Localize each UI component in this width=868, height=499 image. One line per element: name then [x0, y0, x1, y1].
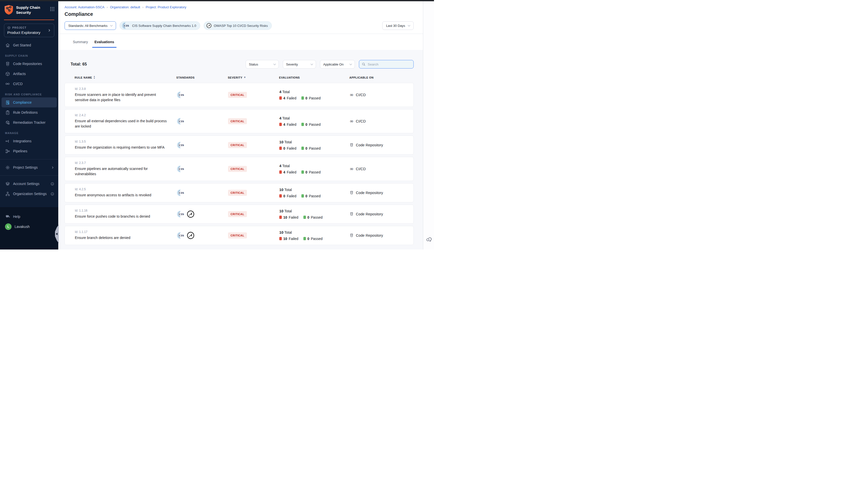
breadcrumb-project-link[interactable]: Project: Product Exploratory [146, 5, 186, 9]
clipboard-check-icon [5, 110, 10, 115]
status-filter-dropdown[interactable]: Status [246, 60, 279, 69]
sidebar-item-label: Account Settings [13, 182, 39, 186]
failed-indicator [279, 237, 282, 240]
sidebar-item-get-started[interactable]: Get Started [0, 40, 58, 50]
applicable-on-cell: Code Repository [350, 233, 408, 238]
cicd-icon: ∞ [350, 167, 354, 171]
chevron-down-icon [408, 24, 410, 26]
svg-text:CIS: CIS [179, 120, 184, 123]
search-icon [362, 62, 366, 66]
rule-name: Ensure pipelines are automatically scann… [75, 166, 169, 177]
project-switcher[interactable]: PROJECT Product Exploratory [4, 24, 54, 37]
failed-count-value: 0 [283, 146, 285, 150]
table-row[interactable]: Id: 4.2.5 Ensure anonymous access to art… [64, 183, 414, 202]
search-input[interactable] [368, 62, 411, 66]
cis-standard-icon: CIS [177, 165, 185, 173]
passed-count-label: Passed [309, 96, 321, 100]
rule-cell: Id: 2.3.8 Ensure scanners are in place t… [75, 87, 177, 103]
sidebar-item-pipelines[interactable]: Pipelines [0, 146, 58, 156]
compliance-document-icon [5, 100, 10, 105]
page-title: Compliance [58, 9, 423, 17]
table-row[interactable]: Id: 1.1.17 Ensure branch deletions are d… [64, 226, 414, 245]
breadcrumb-organization-link[interactable]: Organization: default [110, 5, 140, 9]
support-chat-icon[interactable] [426, 236, 432, 243]
applicable-on-cell: ∞ CI/CD [350, 119, 408, 123]
sidebar-item-compliance[interactable]: Compliance [1, 97, 57, 107]
failed-count-value: 4 [283, 122, 285, 126]
sidebar-item-organization-settings[interactable]: Organization Settings [0, 189, 58, 199]
column-rule-name[interactable]: RULE NAME ▲▼ [75, 75, 176, 80]
column-severity[interactable]: SEVERITY ▼ [228, 76, 279, 79]
evaluations-panel: Total: 65 Status Severity Applicable On [58, 50, 423, 250]
standards-dropdown[interactable]: Standards: All Benchmarks [64, 21, 116, 30]
project-name: Product Exploratory [7, 31, 46, 35]
date-range-dropdown[interactable]: Last 30 Days [382, 21, 414, 30]
sidebar-item-rule-definitions[interactable]: Rule Definitions [0, 107, 58, 118]
sidebar-item-code-repositories[interactable]: Code Repositories [0, 59, 58, 69]
sidebar-item-artifacts[interactable]: Artifacts [0, 69, 58, 79]
help-button[interactable]: ? Help [0, 211, 58, 222]
rule-id: Id: 1.3.5 [75, 140, 177, 143]
table-row[interactable]: Id: 1.1.16 Ensure force pushes code to b… [64, 205, 414, 224]
table-row[interactable]: Id: 2.4.2 Ensure all external dependenci… [64, 109, 414, 133]
tab-summary[interactable]: Summary [73, 40, 88, 44]
code-repository-icon [5, 61, 10, 66]
sidebar-item-cicd[interactable]: CI/CD [0, 79, 58, 89]
table-row[interactable]: Id: 2.3.7 Ensure pipelines are automatic… [64, 157, 414, 181]
help-label: Help [13, 215, 20, 219]
evaluations-cell: 10 Total 10 Failed 0 Passed [279, 230, 350, 241]
owasp-chip[interactable]: OWASP Top 10 CI/CD Security Risks [204, 21, 272, 30]
sidebar-item-account-settings[interactable]: Account Settings [0, 179, 58, 189]
app-grid-icon[interactable] [50, 7, 55, 12]
table-toolbar: Total: 65 Status Severity Applicable On [58, 50, 423, 69]
severity-cell: CRITICAL [228, 232, 279, 239]
rule-name: Ensure anonymous access to artifacts is … [75, 193, 169, 198]
severity-filter-dropdown[interactable]: Severity [283, 60, 316, 69]
help-chat-icon: ? [5, 214, 10, 219]
applicable-on-label: CI/CD [356, 119, 366, 123]
sidebar-footer: ? Help L Lavakush [0, 207, 58, 250]
evaluations-cell: 4 Total 4 Failed 0 Passed [279, 116, 350, 126]
applicable-on-label: Code Repository [356, 212, 383, 216]
failed-indicator [279, 147, 282, 150]
sort-icon: ▲▼ [94, 75, 95, 80]
passed-indicator [301, 123, 304, 126]
applicable-on-filter-dropdown[interactable]: Applicable On [320, 60, 355, 69]
user-menu[interactable]: L Lavakush [0, 222, 58, 232]
sidebar-item-integrations[interactable]: Integrations [0, 136, 58, 146]
breadcrumb-account-link[interactable]: Account: Automation-SSCA [64, 5, 105, 9]
failed-count-label: Failed [287, 146, 297, 150]
sidebar-item-label: Pipelines [13, 149, 27, 153]
total-count-value: 4 [279, 116, 281, 120]
table-row[interactable]: Id: 1.3.5 Ensure the organization is req… [64, 135, 414, 155]
sidebar-item-project-settings[interactable]: Project Settings [0, 162, 58, 172]
rules-rows: Id: 2.3.8 Ensure scanners are in place t… [64, 83, 414, 245]
rule-cell: Id: 2.4.2 Ensure all external dependenci… [75, 113, 177, 129]
toolbar-filters: Status Severity Applicable On [246, 60, 414, 69]
severity-badge: CRITICAL [228, 166, 247, 172]
cis-standard-icon: CIS [177, 210, 185, 218]
rule-cell: Id: 1.3.5 Ensure the organization is req… [75, 140, 177, 150]
standards-cell: CIS [177, 189, 228, 197]
rule-cell: Id: 1.1.16 Ensure force pushes code to b… [75, 209, 177, 219]
sort-desc-icon: ▼ [244, 76, 246, 78]
project-eyebrow-label: PROJECT [12, 26, 26, 29]
tab-evaluations[interactable]: Evaluations [94, 40, 114, 44]
total-count-value: 10 [279, 187, 284, 192]
severity-cell: CRITICAL [228, 190, 279, 196]
rule-id: Id: 2.3.8 [75, 87, 177, 90]
rule-name: Ensure all external dependencies used in… [75, 119, 169, 129]
chevron-down-icon [350, 62, 352, 65]
standards-cell: CIS [177, 165, 228, 173]
owasp-standard-icon [186, 210, 195, 218]
evaluations-cell: 10 Total 10 Failed 0 Passed [279, 209, 350, 219]
chevron-down-icon [274, 62, 276, 65]
applicable-on-label: Code Repository [356, 233, 383, 238]
cicd-icon: ∞ [350, 119, 354, 123]
breadcrumb: Account: Automation-SSCA › Organization:… [58, 1, 423, 9]
breadcrumb-separator: › [142, 5, 143, 9]
cis-benchmark-chip[interactable]: CIS CIS Software Supply Chain Benchmarks… [120, 21, 200, 30]
sidebar-item-remediation-tracker[interactable]: Remediation Tracker [0, 118, 58, 127]
severity-cell: CRITICAL [228, 211, 279, 217]
table-row[interactable]: Id: 2.3.8 Ensure scanners are in place t… [64, 83, 414, 107]
